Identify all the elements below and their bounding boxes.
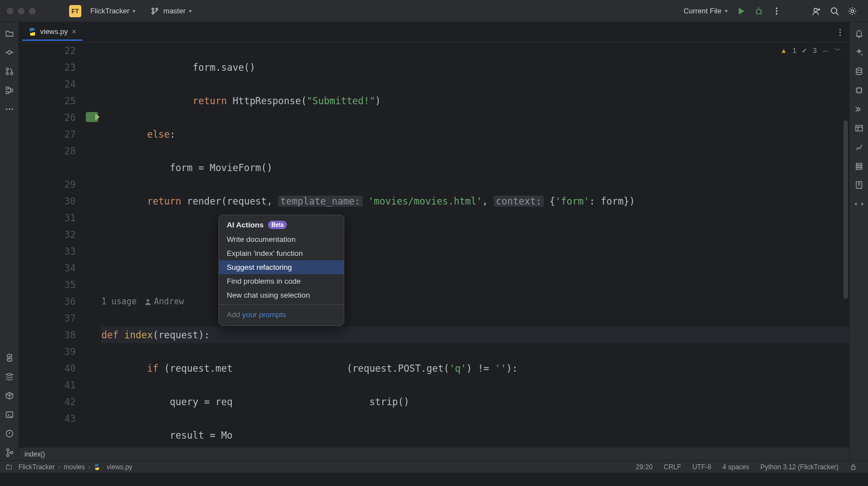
svg-rect-20 bbox=[6, 412, 13, 417]
code-line: else: bbox=[101, 126, 849, 143]
project-tool-button[interactable] bbox=[2, 26, 17, 41]
svg-rect-32 bbox=[856, 125, 862, 131]
minimize-window[interactable] bbox=[18, 8, 25, 14]
branch-name: master bbox=[163, 7, 186, 15]
chevron-down-icon: ▾ bbox=[133, 8, 135, 14]
usages-hint[interactable]: 1 usage bbox=[101, 293, 136, 310]
terminal-tool-button[interactable] bbox=[2, 407, 17, 422]
gutter: 2223242526272829303132333435363738394041… bbox=[19, 42, 86, 447]
svg-point-7 bbox=[814, 8, 817, 12]
close-window[interactable] bbox=[7, 8, 13, 14]
line-separator[interactable]: CRLF bbox=[664, 463, 681, 471]
editor-area: views.py ✕ ▲1 ✔3 ︿ ﹀ 2223242526272829303… bbox=[19, 22, 849, 460]
your-prompts-link[interactable]: your prompts bbox=[242, 310, 286, 319]
ai-action-item[interactable]: Write documentation bbox=[219, 232, 344, 246]
svg-point-9 bbox=[851, 9, 854, 12]
close-tab-icon[interactable]: ✕ bbox=[71, 28, 77, 36]
editor-tab[interactable]: views.py ✕ bbox=[22, 24, 82, 41]
cursor-position[interactable]: 29:20 bbox=[636, 463, 652, 471]
crumb-item[interactable]: index() bbox=[25, 450, 45, 458]
window-controls bbox=[7, 8, 36, 14]
svg-point-4 bbox=[776, 7, 778, 9]
svg-point-11 bbox=[6, 68, 8, 70]
next-highlight-button[interactable]: ﹀ bbox=[835, 46, 841, 55]
svg-rect-34 bbox=[856, 166, 862, 167]
annotation-column bbox=[86, 42, 101, 447]
svg-point-27 bbox=[840, 34, 841, 36]
svg-point-18 bbox=[8, 109, 10, 110]
settings-button[interactable] bbox=[843, 4, 861, 18]
lock-icon[interactable] bbox=[850, 463, 857, 470]
maximize-window[interactable] bbox=[29, 8, 36, 14]
coverage-tool-button[interactable] bbox=[851, 139, 867, 155]
ai-action-item[interactable]: Explain 'index' function bbox=[219, 246, 344, 260]
project-name: FlickTracker bbox=[90, 7, 129, 15]
layout-tool-button[interactable] bbox=[851, 120, 867, 136]
tab-options-button[interactable] bbox=[836, 28, 845, 37]
project-badge: FT bbox=[69, 5, 81, 17]
ai-action-item[interactable]: Find problems in code bbox=[219, 274, 344, 288]
more-actions-button[interactable] bbox=[768, 4, 786, 18]
left-tool-stripe bbox=[0, 22, 19, 460]
ai-assistant-button[interactable] bbox=[851, 45, 867, 60]
endpoints-tool-button[interactable] bbox=[851, 196, 867, 212]
expand-tool-button[interactable] bbox=[851, 101, 867, 117]
navigation-bar: FlickTracker › movies › views.py 29:20 C… bbox=[0, 460, 868, 473]
commit-tool-button[interactable] bbox=[2, 45, 17, 60]
svg-rect-33 bbox=[856, 163, 862, 165]
breadcrumb-item[interactable]: FlickTracker bbox=[6, 463, 55, 471]
code-line: if (request.metXXXXXXXXXXXXXXXXXXXX(requ… bbox=[101, 360, 849, 377]
code-editor[interactable]: ▲1 ✔3 ︿ ﹀ 222324252627282930313233343536… bbox=[19, 42, 849, 447]
file-encoding[interactable]: UTF-8 bbox=[693, 463, 711, 471]
author-hint[interactable]: Andrew bbox=[144, 293, 184, 310]
separator bbox=[219, 304, 344, 305]
chevron-right-icon: › bbox=[58, 463, 60, 471]
services-tool-button[interactable] bbox=[2, 369, 17, 385]
search-everywhere-button[interactable] bbox=[826, 4, 843, 18]
stack-tool-button[interactable] bbox=[851, 158, 867, 174]
svg-point-24 bbox=[11, 451, 13, 454]
code-line bbox=[101, 260, 849, 276]
warning-icon: ▲ bbox=[781, 47, 787, 55]
branch-icon bbox=[150, 6, 160, 16]
svg-rect-15 bbox=[6, 91, 8, 94]
svg-rect-35 bbox=[856, 168, 862, 169]
database-tool-button[interactable] bbox=[851, 64, 867, 79]
ai-action-item[interactable]: Suggest refactoring bbox=[219, 260, 344, 274]
project-selector[interactable]: FlickTracker ▾ bbox=[86, 4, 140, 17]
notifications-button[interactable] bbox=[851, 26, 867, 41]
run-config-selector[interactable]: Current File ▾ bbox=[679, 4, 732, 17]
add-prompts-row[interactable]: Add your prompts bbox=[219, 307, 344, 322]
code-line: query = reqXXXXXXXXXXXXXXXXXXXXXXXXstrip… bbox=[101, 393, 849, 410]
inspection-widget[interactable]: ▲1 ✔3 ︿ ﹀ bbox=[781, 46, 841, 55]
svg-point-23 bbox=[7, 454, 9, 456]
code-line: form = MovieForm() bbox=[101, 159, 849, 176]
svg-point-8 bbox=[831, 8, 837, 13]
version-control-tool-button[interactable] bbox=[2, 445, 17, 460]
python-console-tool-button[interactable] bbox=[2, 388, 17, 404]
indent-setting[interactable]: 4 spaces bbox=[723, 463, 749, 471]
pull-requests-tool-button[interactable] bbox=[2, 64, 17, 79]
code-line: return HttpResponse("Submitted!") bbox=[101, 93, 849, 109]
code-line: return render(request, template_name: 'm… bbox=[101, 193, 849, 210]
bookmarks-tool-button[interactable] bbox=[851, 177, 867, 193]
debug-button[interactable] bbox=[750, 4, 768, 18]
problems-tool-button[interactable] bbox=[2, 426, 17, 441]
ai-action-item[interactable]: New chat using selection bbox=[219, 288, 344, 302]
code-with-me-button[interactable] bbox=[808, 4, 826, 18]
chip-tool-button[interactable] bbox=[851, 82, 867, 98]
right-tool-stripe bbox=[849, 22, 868, 460]
vcs-branch-selector[interactable]: master ▾ bbox=[145, 4, 196, 18]
check-icon: ✔ bbox=[802, 47, 807, 55]
run-button[interactable] bbox=[732, 4, 750, 18]
run-gutter-icon[interactable] bbox=[86, 112, 98, 122]
svg-point-30 bbox=[856, 68, 862, 70]
prev-highlight-button[interactable]: ︿ bbox=[822, 46, 829, 55]
code-lines: form.save() return HttpResponse("Submitt… bbox=[101, 42, 849, 447]
breadcrumb-item[interactable]: movies bbox=[64, 463, 85, 471]
python-packages-tool-button[interactable] bbox=[2, 350, 17, 366]
more-tools-button[interactable] bbox=[2, 101, 17, 117]
structure-tool-button[interactable] bbox=[2, 82, 17, 98]
interpreter[interactable]: Python 3.12 (FlickTracker) bbox=[760, 463, 838, 471]
breadcrumb-item[interactable]: views.py bbox=[94, 463, 132, 471]
